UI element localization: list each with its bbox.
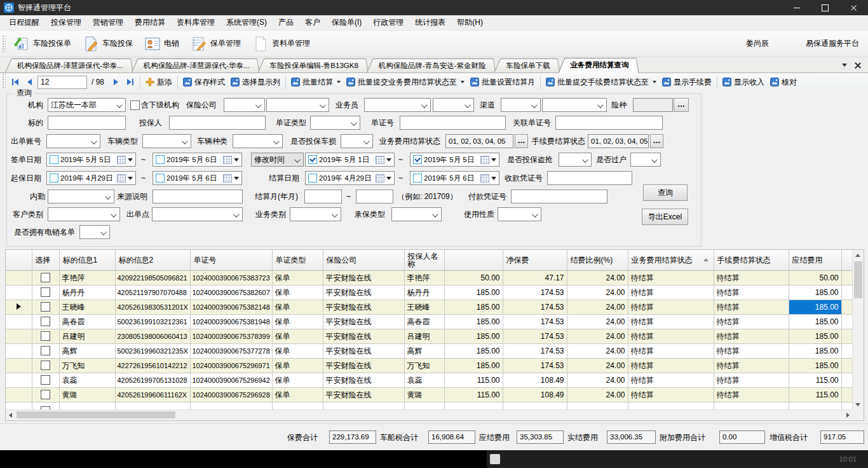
cell-ratio[interactable]: 24.00 [567, 344, 628, 359]
platform-link[interactable]: 易保通服务平台 [806, 38, 859, 49]
date-enable-checkbox[interactable] [308, 174, 317, 182]
batch-submit-fee-status-button[interactable]: 批量提交手续费结算状态至 [543, 75, 659, 90]
cell-net-premium[interactable]: 174.53 [503, 315, 567, 329]
cell-applicant[interactable]: 高辉 [404, 344, 444, 359]
salesman-select-2[interactable] [433, 98, 474, 112]
cell-premium[interactable]: 185.00 [444, 286, 503, 300]
date-enable-checkbox[interactable] [413, 155, 422, 164]
cell-company[interactable]: 平安财险在线 [323, 315, 404, 329]
related-doc-input[interactable] [555, 116, 663, 130]
include-sub-checkbox[interactable] [130, 100, 140, 110]
scroll-down-icon[interactable] [855, 403, 860, 406]
cell-applicant[interactable]: 王晓峰 [404, 300, 444, 315]
cell-premium[interactable]: 185.00 [444, 359, 503, 373]
cell-ratio[interactable]: 24.00 [567, 373, 628, 388]
cell-biz-status[interactable]: 待结算 [628, 388, 714, 403]
cell-premium[interactable]: 185.00 [444, 300, 503, 315]
cell-doc-no[interactable]: 10240003900675377278 [190, 344, 272, 359]
page-number-input[interactable]: 12 [37, 76, 87, 89]
vehicle-kind-select[interactable] [233, 134, 283, 148]
cell-subject2[interactable]: 422726195610142212 [115, 359, 190, 373]
header-doc-no[interactable]: 单证号 [190, 250, 272, 271]
target-input[interactable] [48, 116, 126, 130]
dropdown-caret-icon[interactable] [491, 158, 496, 162]
menu-item-library[interactable]: 资料库管理 [171, 15, 220, 30]
modify-time-select[interactable]: 修改时间 [251, 153, 304, 167]
transfer-select[interactable] [630, 153, 661, 167]
choose-columns-button[interactable]: 选择显示列 [228, 75, 283, 90]
toolbar-button-data-sheet-manage[interactable]: 资料单管理 [247, 33, 316, 55]
cell-premium[interactable]: 50.00 [444, 271, 503, 286]
header-applicant[interactable]: 投保人名称 [404, 250, 444, 271]
dropdown-caret-icon[interactable] [128, 177, 133, 180]
header-doc-type[interactable]: 单证类型 [272, 250, 323, 271]
cell-biz-status[interactable]: 待结算 [628, 286, 714, 300]
cell-subject1[interactable]: 李艳萍 [59, 271, 115, 286]
row-select-cell[interactable] [32, 315, 59, 329]
row-checkbox[interactable] [41, 287, 50, 297]
cell-net-premium[interactable]: 108.49 [503, 388, 567, 403]
cell-subject1[interactable]: 吕建明 [59, 329, 115, 344]
menu-item-customer[interactable]: 客户 [299, 15, 326, 30]
cell-fee-status[interactable]: 待结算 [714, 300, 789, 315]
show-income-button[interactable]: 显示收入 [720, 75, 767, 90]
cell-amount[interactable]: 185.00 [789, 329, 841, 344]
save-style-button[interactable]: 保存样式 [180, 75, 227, 90]
tab-vehicle-edit[interactable]: 车险投保单编辑-鲁B13GK8 [258, 59, 369, 72]
pay-no-input[interactable] [511, 189, 607, 203]
cell-doc-no[interactable]: 10240003900675382607 [190, 286, 272, 300]
settle-date-from-picker[interactable]: 2019年 4月29日 [305, 171, 395, 185]
export-excel-button[interactable]: 导出Excel [642, 209, 688, 225]
cell-fee-status[interactable]: 待结算 [714, 315, 789, 329]
org-select[interactable]: 江苏统一本部 [48, 98, 126, 112]
row-checkbox[interactable] [41, 375, 50, 385]
header-fee-status[interactable]: 手续费结算状态 [714, 250, 789, 271]
vehicle-type-select[interactable] [142, 134, 191, 148]
tab-brand-3[interactable]: 机构保险品牌-青岛安达-紫金财险 [367, 59, 496, 72]
cell-doc-type[interactable]: 保单 [272, 373, 323, 388]
sign-date-from-picker[interactable]: 2019年 5月 5日 [46, 153, 136, 167]
cell-subject1[interactable]: 袁蕊 [59, 373, 115, 388]
cell-biz-status[interactable]: 待结算 [628, 373, 714, 388]
header-net-premium[interactable]: 净保费 [503, 250, 567, 271]
cell-biz-status[interactable]: 待结算 [628, 315, 714, 329]
cell-ratio[interactable]: 24.00 [567, 286, 628, 300]
cell-ratio[interactable]: 24.00 [567, 271, 628, 286]
menu-item-marketing[interactable]: 营销管理 [87, 15, 129, 30]
menu-item-apply[interactable]: 投保管理 [45, 15, 87, 30]
row-select-cell[interactable] [32, 359, 59, 373]
row-select-cell[interactable] [32, 286, 59, 300]
cell-company[interactable]: 平安财险在线 [323, 344, 404, 359]
applicant-input[interactable] [169, 116, 266, 130]
cell-doc-no[interactable]: 10240003900675382148 [190, 300, 272, 315]
check-button[interactable]: 核对 [768, 75, 799, 90]
menu-item-admin[interactable]: 行政管理 [367, 15, 409, 30]
cell-biz-status[interactable]: 待结算 [628, 300, 714, 315]
settle-month-to-input[interactable] [356, 189, 393, 203]
doc-type-select[interactable] [310, 116, 360, 130]
close-button[interactable] [839, 0, 868, 15]
cell-doc-type[interactable]: 保单 [272, 359, 323, 373]
cell-ratio[interactable]: 24.00 [567, 329, 628, 344]
cell-company[interactable]: 平安财险在线 [323, 271, 404, 286]
cell-company[interactable]: 平安财险在线 [323, 359, 404, 373]
add-button[interactable]: 新添 [143, 75, 175, 90]
settle-date-to-picker[interactable]: 2019年 5月 6日 [410, 171, 499, 185]
cell-net-premium[interactable]: 174.53 [503, 286, 567, 300]
fee-status-field[interactable]: 01, 02, 03, 04, 05 [588, 134, 649, 148]
cell-biz-status[interactable]: 待结算 [628, 359, 714, 373]
cell-applicant[interactable]: 高春霞 [404, 315, 444, 329]
cell-subject2[interactable]: 230805198006060413 [115, 329, 190, 344]
cell-subject1[interactable]: 高辉 [59, 344, 115, 359]
cell-subject2[interactable]: 42052619960611162X [115, 388, 190, 403]
row-checkbox[interactable] [41, 346, 50, 355]
cell-company[interactable]: 平安财险在线 [323, 329, 404, 344]
row-select-cell[interactable] [32, 388, 59, 403]
tab-list-dropdown-icon[interactable] [842, 64, 847, 67]
show-fee-button[interactable]: 显示手续费 [660, 75, 714, 90]
date-enable-checkbox[interactable] [50, 174, 58, 182]
cell-ratio[interactable]: 24.00 [567, 300, 628, 315]
dropdown-caret-icon[interactable] [386, 177, 391, 180]
row-checkbox[interactable] [41, 331, 50, 341]
header-amount[interactable]: 应结费用 [789, 250, 841, 271]
